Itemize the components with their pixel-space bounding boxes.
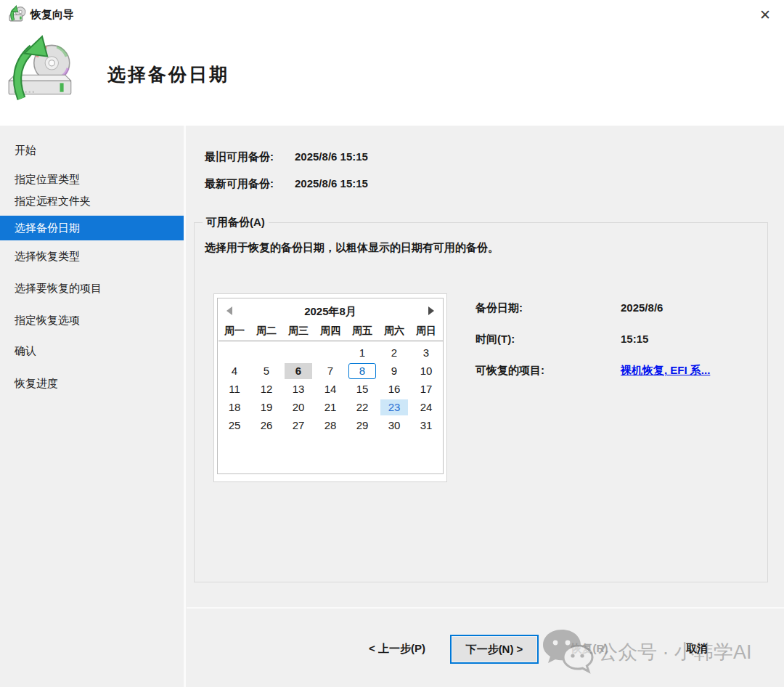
close-icon[interactable]: ✕ [752,4,778,26]
calendar-day-1[interactable]: 1 [348,345,376,361]
calendar-next-month-icon[interactable] [428,306,434,315]
recover-button[interactable]: 恢复(R) [552,642,627,656]
calendar-day-14[interactable]: 14 [317,381,344,397]
restore-drive-icon [4,33,78,104]
backup-date-value: 2025/8/6 [621,301,663,314]
recoverable-items-link[interactable]: 裸机恢复, EFI 系... [621,364,710,378]
button-bar-separator [187,607,784,609]
calendar-day-15[interactable]: 15 [348,381,376,397]
calendar-day-20[interactable]: 20 [285,399,312,415]
calendar-day-30[interactable]: 30 [380,418,408,434]
calendar-day-7[interactable]: 7 [317,363,344,379]
sidebar-divider [184,126,186,687]
weekday-label: 周四 [320,325,340,338]
recovery-wizard-window: 恢复向导 ✕ 选择备份日期 开始指定位置类型指定远程文件夹选择备份日期选择恢复类… [0,0,784,687]
backup-date-label: 备份日期: [475,301,523,315]
oldest-backup-value: 2025/8/6 15:15 [295,150,368,163]
app-restore-icon [9,5,27,23]
calendar-day-9[interactable]: 9 [380,363,408,379]
calendar-day-11[interactable]: 11 [221,381,248,397]
calendar-day-16[interactable]: 16 [380,381,408,397]
next-button[interactable]: 下一步(N) > [450,635,539,664]
calendar-day-27[interactable]: 27 [285,418,312,434]
calendar-day-empty [221,345,248,361]
weekday-label: 周一 [224,325,245,338]
calendar-day-29[interactable]: 29 [348,418,376,434]
calendar-day-empty [285,345,312,361]
calendar-day-21[interactable]: 21 [317,399,344,415]
calendar-day-18[interactable]: 18 [221,399,248,415]
weekday-label: 周二 [256,325,277,338]
backup-date-calendar: 2025年8月 周一周二周三周四周五周六周日 12345678910111213… [217,298,444,474]
calendar-day-5[interactable]: 5 [253,363,280,379]
calendar-day-31[interactable]: 31 [412,418,440,434]
groupbox-description: 选择用于恢复的备份日期，以粗体显示的日期有可用的备份。 [205,241,499,255]
backup-time-value: 15:15 [621,333,648,345]
calendar-day-6[interactable]: 6 [285,363,312,379]
newest-backup-value: 2025/8/6 15:15 [295,177,368,190]
groupbox-title: 可用备份(A) [203,216,269,229]
calendar-day-2[interactable]: 2 [380,345,408,361]
calendar-day-8[interactable]: 8 [348,363,376,379]
calendar-day-23[interactable]: 23 [380,399,408,415]
newest-backup-label: 最新可用备份: [205,177,274,191]
cancel-button[interactable]: 取消 [662,642,732,656]
weekday-label: 周六 [384,325,404,338]
weekday-label: 周日 [416,325,436,338]
oldest-backup-label: 最旧可用备份: [205,150,274,164]
calendar-day-12[interactable]: 12 [253,381,280,397]
weekday-label: 周三 [288,325,309,338]
recoverable-items-label: 可恢复的项目: [475,364,544,378]
calendar-day-13[interactable]: 13 [285,381,312,397]
calendar-day-empty [253,345,280,361]
calendar-day-10[interactable]: 10 [412,363,440,379]
calendar-month-label: 2025年8月 [218,305,443,319]
calendar-day-28[interactable]: 28 [317,418,344,434]
calendar-day-25[interactable]: 25 [221,418,248,434]
calendar-day-17[interactable]: 17 [412,381,440,397]
calendar-day-empty [317,345,344,361]
page-title: 选择备份日期 [107,62,229,86]
calendar-day-22[interactable]: 22 [348,399,376,415]
backup-time-label: 时间(T): [475,333,515,346]
calendar-day-4[interactable]: 4 [221,363,248,379]
calendar-day-24[interactable]: 24 [412,399,440,415]
calendar-day-3[interactable]: 3 [412,345,440,361]
calendar-day-26[interactable]: 26 [253,418,280,434]
window-title: 恢复向导 [30,8,74,22]
calendar-day-19[interactable]: 19 [253,399,280,415]
back-button[interactable]: < 上一步(P) [354,642,441,656]
weekday-label: 周五 [352,325,372,338]
